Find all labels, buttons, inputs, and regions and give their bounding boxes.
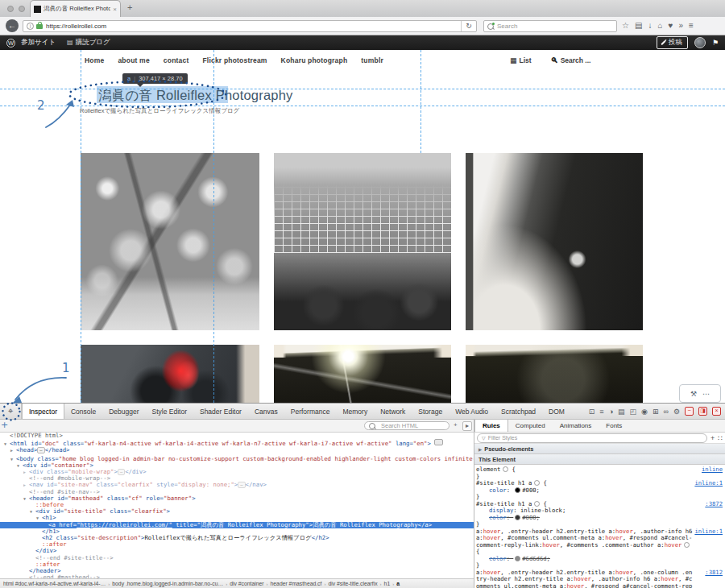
devtools-tab-storage[interactable]: Storage xyxy=(412,404,449,419)
devtools-tab-web-audio[interactable]: Web Audio xyxy=(449,404,495,419)
more-icon[interactable]: ⋯ xyxy=(702,390,710,398)
nav-item-contact[interactable]: contact xyxy=(164,56,189,64)
dock-side-icon[interactable]: ◨ xyxy=(698,407,707,416)
markup-row[interactable]: ▶<nav id="site-nav" class="clearfix" sty… xyxy=(0,482,474,488)
menu-icon[interactable]: ≡ xyxy=(689,19,694,32)
style-editor-icon[interactable]: ▤ xyxy=(618,408,625,416)
devtools-tab-canvas[interactable]: Canvas xyxy=(248,404,284,419)
rule-source-link[interactable]: :3812 xyxy=(705,569,723,577)
responsive-mode-icon[interactable]: ◰ xyxy=(630,408,637,416)
sidebar-icon[interactable]: » xyxy=(678,19,683,32)
photo-dark-box[interactable] xyxy=(466,345,643,403)
breadcrumb-item[interactable]: html #doc.wf-karla-n4-active.wf-karla-i4… xyxy=(3,581,106,586)
photo-car-interior[interactable] xyxy=(81,345,259,403)
markup-row[interactable]: ▶<div class="mobile-wrap">…</div> xyxy=(0,469,474,475)
screenshot-icon[interactable]: ◉ xyxy=(641,408,648,416)
markup-row[interactable]: ▼<body class="home blog logged-in admin-… xyxy=(0,454,474,462)
split-console-icon[interactable]: ≡ xyxy=(599,408,603,416)
element-badge[interactable] xyxy=(434,439,443,445)
rule-source-link[interactable]: inline xyxy=(702,466,723,474)
new-tab-button[interactable]: + xyxy=(127,2,132,12)
eyedropper-icon[interactable]: ◑ xyxy=(609,408,613,416)
highlight-painted-icon[interactable]: ⊡ xyxy=(589,408,595,416)
pocket-icon[interactable]: ♥ xyxy=(668,19,673,32)
new-post-button[interactable]: 投稿 xyxy=(657,36,688,49)
minimize-icon[interactable]: − xyxy=(685,407,694,416)
breadcrumb[interactable]: html #doc.wf-karla-n4-active.wf-karla-i4… xyxy=(0,578,474,588)
devtools-tab-style-editor[interactable]: Style Editor xyxy=(146,404,193,419)
nav-item-home[interactable]: Home xyxy=(85,56,104,64)
browser-search-field[interactable]: Search xyxy=(483,20,617,32)
breadcrumb-item[interactable]: div #site-title.clearfix xyxy=(328,581,377,586)
markup-row[interactable]: ▶<head>…</head> xyxy=(0,447,474,453)
reading-list-icon[interactable]: ▤ xyxy=(635,19,642,32)
rule-source-link[interactable]: inline:1 xyxy=(694,480,723,487)
css-rule[interactable]: element {inline} xyxy=(476,466,723,480)
markup-row[interactable]: <!--end #mobile-wrap--> xyxy=(0,475,474,482)
markup-row[interactable]: <!DOCTYPE html> xyxy=(0,433,474,439)
color-swatch[interactable] xyxy=(515,515,520,520)
admin-bar-reader-blogs[interactable]: ▤購読ブログ xyxy=(67,38,110,48)
add-node-button[interactable]: + xyxy=(454,421,458,429)
downloads-icon[interactable]: ↓ xyxy=(648,19,652,32)
browser-tab[interactable]: 潟眞の音 Rolleiflex Photograp × xyxy=(30,0,121,17)
home-icon[interactable]: ⌂ xyxy=(657,19,662,32)
pseudo-elements-section[interactable]: ▶Pseudo-elements xyxy=(474,444,725,454)
bookmark-star-icon[interactable]: ☆ xyxy=(622,19,629,32)
selector-highlighter-icon[interactable] xyxy=(684,542,690,548)
close-devtools-icon[interactable]: × xyxy=(712,407,721,416)
filter-styles-input[interactable]: ▽ Filter Styles xyxy=(477,433,707,443)
markup-row[interactable]: ▼<div id="container"> xyxy=(0,462,474,469)
wordpress-logo-icon[interactable]: W xyxy=(6,39,15,48)
page-info-icon[interactable]: i xyxy=(27,23,34,30)
site-title-link[interactable]: 潟眞の音 Rolleiflex Photography xyxy=(98,87,292,105)
markup-row[interactable]: ::after xyxy=(0,561,474,568)
element-picker-icon[interactable]: ⌖ xyxy=(0,404,22,419)
devtools-tab-dom[interactable]: DOM xyxy=(542,404,571,419)
select-frame-icon[interactable]: ⊞ xyxy=(652,408,659,416)
markup-row[interactable]: ▼<html id="doc" class="wf-karla-n4-activ… xyxy=(0,439,474,447)
nav-list-toggle[interactable]: ▦List xyxy=(510,56,532,64)
markup-row[interactable]: <!--end #site-nav--> xyxy=(0,489,474,495)
breadcrumb-item[interactable]: header #masthead.cf xyxy=(271,581,322,586)
devtools-tab-inspector[interactable]: Inspector xyxy=(22,404,64,419)
nav-item-tumblr[interactable]: tumblr xyxy=(361,56,383,64)
nav-item-koharu-photograph[interactable]: Koharu photograph xyxy=(281,56,348,64)
page-tools-widget[interactable]: ⚒ ⋯ xyxy=(679,384,721,403)
sidebar-tab-animations[interactable]: Animations xyxy=(553,420,599,432)
sidebar-tab-rules[interactable]: Rules xyxy=(474,420,508,432)
markup-row[interactable]: ::before xyxy=(0,502,474,508)
reload-icon[interactable]: ↻ xyxy=(461,21,476,31)
tools-icon[interactable]: ⚒ xyxy=(690,390,697,398)
breadcrumb-item[interactable]: body .home.blog.logged-in.admin-bar.no-c… xyxy=(112,581,223,586)
settings-gear-icon[interactable]: ⚙ xyxy=(673,408,680,416)
markup-row[interactable]: ▼<div id="site-title" class="clearfix"> xyxy=(0,508,474,515)
url-text[interactable]: https://rolleirollei.com xyxy=(46,23,461,30)
rule-source-link[interactable]: inline:1 xyxy=(694,528,723,536)
css-rule[interactable]: #site-title h1 a {inline:1color: #000;} xyxy=(476,480,723,501)
nav-search-toggle[interactable]: 🔍︎Search ... xyxy=(551,56,591,64)
css-declaration[interactable]: color: #000; xyxy=(476,487,723,495)
markup-row[interactable]: ▼<h1> xyxy=(0,515,474,521)
breadcrumb-item[interactable]: a xyxy=(396,581,400,586)
markup-row[interactable]: ▼<header id="masthead" class="cf" role="… xyxy=(0,495,474,502)
add-rule-button[interactable]: + xyxy=(710,434,715,442)
url-field[interactable]: i https://rolleirollei.com ↻ xyxy=(23,20,477,32)
persist-icon[interactable]: ∞ xyxy=(664,408,669,416)
sidebar-tab-fonts[interactable]: Fonts xyxy=(599,420,629,432)
devtools-tab-console[interactable]: Console xyxy=(64,404,102,419)
css-rule[interactable]: a:hover, .entry-header h2.entry-title a:… xyxy=(476,528,723,569)
markup-row[interactable]: ::after xyxy=(0,541,474,548)
markup-row[interactable]: <h2 class="site-description">Rolleiflexで… xyxy=(0,535,474,541)
nav-item-about-me[interactable]: about me xyxy=(118,56,149,64)
devtools-tab-scratchpad[interactable]: Scratchpad xyxy=(495,404,542,419)
photo-bicycle-basket[interactable] xyxy=(274,153,451,330)
rule-source-link[interactable]: :3872 xyxy=(705,501,723,508)
back-button[interactable]: ← xyxy=(6,19,19,32)
photo-sunburst-box[interactable] xyxy=(274,345,451,403)
nav-item-flickr-photostream[interactable]: Flickr photostream xyxy=(202,56,267,64)
markup-row[interactable]: <!--end #site-title--> xyxy=(0,555,474,561)
admin-bar-participate-sites[interactable]: 参加サイト xyxy=(21,38,56,48)
minimize-window-button[interactable] xyxy=(19,6,25,12)
css-declaration[interactable]: display: inline-block; xyxy=(476,507,723,515)
